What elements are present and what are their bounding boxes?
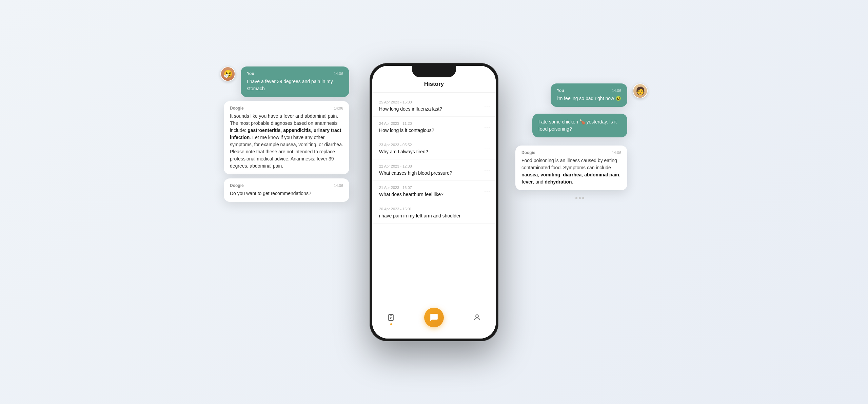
right-user-bubble-2: I ate some chicken 🍗 yesterday. Is it fo… [532,114,627,137]
history-item-1[interactable]: 24 Apr 2023 - 11:20 How long is it conta… [372,117,496,138]
history-title: History [372,81,496,88]
history-date-1: 24 Apr 2023 - 11:20 [379,121,489,126]
nav-active-dot [390,323,392,325]
history-item-0[interactable]: 25 Apr 2023 - 15:30 How long does influe… [372,95,496,117]
history-item-4[interactable]: 21 Apr 2023 - 16:07 What does heartburn … [372,181,496,202]
history-text-2: Why am I always tired? [379,149,489,154]
user-sender-label: You [247,71,254,76]
right-user-sender: You [557,88,564,93]
left-user-bubble: You 14:06 I have a fever 39 degrees and … [241,66,349,97]
right-user-text-2: I ate some chicken 🍗 yesterday. Is it fo… [538,118,621,133]
doogie-text-2: Do you want to get recommendations? [230,190,343,197]
history-dots-5[interactable]: ··· [484,209,490,216]
clipboard-icon [387,313,395,322]
scene: 🤧 You 14:06 I have a fever 39 degrees an… [197,33,671,372]
right-user-bubble-1: You 14:06 i'm feeling so bad right now 🤢 [551,83,627,107]
nav-item-chat[interactable] [424,313,444,327]
history-date-0: 25 Apr 2023 - 15:30 [379,100,489,104]
history-date-4: 21 Apr 2023 - 16:07 [379,186,489,190]
history-item-2[interactable]: 23 Apr 2023 - 05:52 Why am I always tire… [372,138,496,159]
history-item-5[interactable]: 20 Apr 2023 - 15:01 i have pain in my le… [372,202,496,224]
history-list[interactable]: 25 Apr 2023 - 15:30 How long does influe… [372,93,496,309]
user-time: 14:06 [334,72,343,76]
doogie-text-1: It sounds like you have a fever and abdo… [230,113,343,170]
doogie-sender-2: Doogie [230,183,244,188]
nav-item-history[interactable] [387,313,395,325]
svg-rect-0 [389,314,393,321]
history-dots-4[interactable]: ··· [484,188,490,195]
history-date-3: 22 Apr 2023 - 12:38 [379,164,489,168]
history-date-5: 20 Apr 2023 - 15:01 [379,207,489,211]
right-doogie-time: 14:06 [612,151,621,155]
history-dots-2[interactable]: ··· [484,145,490,152]
history-text-3: What causes high blood pressure? [379,170,489,176]
profile-icon [473,313,481,322]
doogie-time-2: 14:06 [334,184,343,188]
user-message-text: I have a fever 39 degrees and pain in my… [247,78,343,92]
doogie-bubble-1: Doogie 14:06 It sounds like you have a f… [224,101,349,174]
phone-inner: History 25 Apr 2023 - 15:30 How long doe… [372,66,496,339]
nav-item-profile[interactable] [473,313,481,322]
history-dots-1[interactable]: ··· [484,123,490,131]
history-item-3[interactable]: 22 Apr 2023 - 12:38 What causes high blo… [372,159,496,181]
history-text-0: How long does influenza last? [379,106,489,112]
bottom-nav [372,309,496,339]
doogie-time-1: 14:06 [334,106,343,110]
history-text-5: i have pain in my left arm and shoulder [379,213,489,218]
phone-frame: History 25 Apr 2023 - 15:30 How long doe… [370,63,498,341]
right-doogie-sender: Doogie [521,150,535,155]
phone-notch [412,66,456,77]
history-dots-3[interactable]: ··· [484,166,490,173]
history-text-4: What does heartburn feel like? [379,192,489,197]
left-chat-group: 🤧 You 14:06 I have a fever 39 degrees an… [224,66,349,206]
right-chat-group: 🧑 You 14:06 i'm feeling so bad right now… [515,83,644,202]
history-dots-0[interactable]: ··· [484,102,490,109]
dot-1 [575,197,577,199]
avatar-left: 🤧 [220,66,235,81]
history-date-2: 23 Apr 2023 - 05:52 [379,143,489,147]
right-doogie-bubble: Doogie 14:06 Food poisoning is an illnes… [515,146,627,190]
right-doogie-text: Food poisoning is an illness caused by e… [521,157,621,186]
chat-button[interactable] [424,308,444,327]
right-user-time: 14:06 [612,89,621,93]
phone-screen: History 25 Apr 2023 - 15:30 How long doe… [372,66,496,339]
svg-point-4 [476,315,478,318]
dot-2 [579,197,581,199]
doogie-bubble-2: Doogie 14:06 Do you want to get recommen… [224,178,349,202]
right-user-text-1: i'm feeling so bad right now 🤢 [557,95,621,102]
dot-3 [582,197,584,199]
doogie-sender-1: Doogie [230,106,244,111]
history-text-1: How long is it contagious? [379,128,489,133]
typing-indicator [515,194,644,202]
avatar-right: 🧑 [633,83,648,98]
